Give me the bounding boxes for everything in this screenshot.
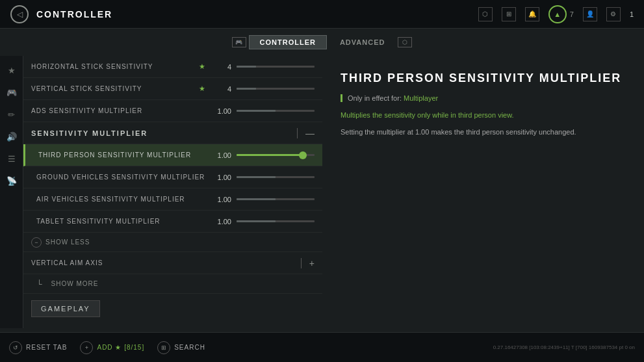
header-hex-icon: ⬡ — [478, 7, 493, 21]
debug-text: 0.27.16427308 [103:08:2439+11] T [700] 1… — [493, 344, 635, 350]
vertical-sensitivity-label: VERTICAL STICK SENSITIVITY — [31, 85, 199, 92]
profile-icon[interactable]: 👤 — [583, 7, 597, 21]
info-panel: THIRD PERSON SENSITIVITY MULTIPLIER Only… — [322, 56, 644, 328]
page-title: CONTROLLER — [36, 9, 112, 19]
third-person-label: THIRD PERSON SENSITIVITY MULTIPLIER — [38, 151, 211, 159]
show-more-toggle[interactable]: └ SHOW MORE — [23, 274, 322, 294]
desc1-suffix: . — [512, 111, 514, 119]
third-person-value: 1.00 — [211, 151, 237, 159]
star-icon-vertical: ★ — [199, 84, 205, 93]
sidebar-icons: ★ 🎮 ✏ 🔊 ☰ 📡 — [0, 56, 23, 328]
level-indicator: ▲ 7 — [548, 5, 574, 23]
info-desc-1: Multiplies the sensitivity only while in… — [341, 110, 626, 122]
add-count: [8/15] — [124, 344, 144, 351]
gear-icon[interactable]: ⚙ — [606, 7, 621, 21]
setting-row-third-person[interactable]: THIRD PERSON SENSITIVITY MULTIPLIER 1.00 — [23, 144, 322, 166]
section-divider — [297, 128, 298, 138]
tablet-value: 1.00 — [211, 218, 237, 226]
horizontal-sensitivity-slider[interactable] — [237, 66, 315, 68]
desc1-mid: only while in — [415, 111, 458, 119]
level-icon: ▲ — [548, 5, 567, 23]
desc1-highlight: sensitivity — [384, 111, 415, 119]
section-sensitivity-multiplier: SENSITIVITY MULTIPLIER — — [23, 122, 322, 144]
setting-row-vertical[interactable]: VERTICAL STICK SENSITIVITY ★ 4 — [23, 78, 322, 100]
desc1-prefix: Multiplies the — [341, 111, 384, 119]
header: ◁ CONTROLLER ⬡ ⊞ 🔔 ▲ 7 👤 ⚙ 1 — [0, 0, 644, 29]
sidebar-icon-gamepad[interactable]: 🎮 — [3, 83, 21, 101]
ground-vehicles-label: GROUND VEHICLES SENSITIVITY MULTIPLIER — [36, 174, 211, 181]
reset-icon: ↺ — [9, 341, 22, 354]
grid-icon[interactable]: ⊞ — [502, 7, 516, 21]
sidebar-icon-edit[interactable]: ✏ — [3, 105, 21, 123]
section-label-multiplier: SENSITIVITY MULTIPLIER — [31, 129, 297, 137]
desc1-highlight2: third person view — [458, 111, 512, 119]
reset-label: RESET TAB — [26, 344, 67, 351]
tablet-slider[interactable] — [237, 220, 315, 222]
search-action[interactable]: ⊞ SEARCH — [157, 341, 205, 354]
tab-advanced[interactable]: ADVANCED — [329, 36, 396, 49]
add-star-icon: ★ — [115, 344, 124, 351]
back-icon[interactable]: ◁ — [10, 5, 29, 23]
show-more-label: SHOW MORE — [51, 280, 99, 287]
tabs-row: 🎮 CONTROLLER ADVANCED ⬡ — [0, 29, 644, 56]
search-icon: ⊞ — [157, 341, 170, 354]
setting-row-tablet[interactable]: TABLET SENSITIVITY MULTIPLIER 1.00 — [23, 211, 322, 233]
tab-left-icon[interactable]: 🎮 — [232, 37, 246, 47]
vertical-aim-divider — [301, 258, 302, 268]
section-vertical-aim[interactable]: VERTICAL AIM AXIS + — [23, 252, 322, 274]
player-count: 1 — [630, 10, 634, 18]
show-less-label: SHOW LESS — [45, 239, 90, 246]
search-label: SEARCH — [174, 344, 205, 351]
bottom-bar: ↺ RESET TAB + ADD ★ [8/15] ⊞ SEARCH 0.27… — [0, 332, 644, 362]
sidebar-icon-star[interactable]: ★ — [3, 61, 21, 79]
setting-row-ground-vehicles[interactable]: GROUND VEHICLES SENSITIVITY MULTIPLIER 1… — [23, 166, 322, 188]
add-label: ADD ★ [8/15] — [97, 344, 144, 351]
sidebar-icon-list[interactable]: ☰ — [3, 149, 21, 168]
vertical-sensitivity-slider[interactable] — [237, 88, 315, 90]
setting-row-air-vehicles[interactable]: AIR VEHICLES SENSITIVITY MULTIPLIER 1.00 — [23, 188, 322, 211]
add-action[interactable]: + ADD ★ [8/15] — [80, 341, 144, 354]
vertical-aim-expand-icon[interactable]: + — [309, 258, 315, 268]
show-less-icon: − — [31, 237, 42, 248]
air-vehicles-label: AIR VEHICLES SENSITIVITY MULTIPLIER — [36, 196, 211, 203]
setting-row-horizontal[interactable]: HORIZONTAL STICK SENSITIVITY ★ 4 — [23, 56, 322, 78]
ads-sensitivity-value: 1.00 — [211, 107, 237, 115]
vertical-aim-label: VERTICAL AIM AXIS — [31, 259, 301, 266]
info-title: THIRD PERSON SENSITIVITY MULTIPLIER — [341, 71, 626, 85]
air-vehicles-slider[interactable] — [237, 198, 315, 200]
horizontal-sensitivity-label: HORIZONTAL STICK SENSITIVITY — [31, 63, 199, 70]
gameplay-button[interactable]: GAMEPLAY — [31, 300, 100, 317]
ads-sensitivity-label: ADS SENSITIVITY MULTIPLIER — [31, 107, 211, 114]
third-person-slider[interactable] — [237, 154, 315, 156]
info-effect: Only in effect for: Multiplayer — [341, 94, 626, 102]
air-vehicles-value: 1.00 — [211, 196, 237, 203]
main-layout: ★ 🎮 ✏ 🔊 ☰ 📡 HORIZONTAL STICK SENSITIVITY… — [0, 56, 644, 328]
vertical-sensitivity-value: 4 — [211, 85, 237, 93]
tab-controller[interactable]: CONTROLLER — [249, 35, 327, 49]
info-desc-2: Setting the multiplier at 1.00 makes the… — [341, 127, 626, 138]
header-left: ◁ CONTROLLER — [10, 5, 112, 23]
level-value: 7 — [570, 10, 574, 18]
show-less-toggle[interactable]: − SHOW LESS — [23, 233, 322, 252]
horizontal-sensitivity-value: 4 — [211, 63, 237, 71]
ads-sensitivity-slider[interactable] — [237, 110, 315, 112]
ground-vehicles-slider[interactable] — [237, 176, 315, 178]
sidebar-icon-audio[interactable]: 🔊 — [3, 127, 21, 146]
section-collapse-icon[interactable]: — — [305, 128, 315, 138]
bell-icon[interactable]: 🔔 — [525, 7, 539, 21]
settings-panel: HORIZONTAL STICK SENSITIVITY ★ 4 VERTICA… — [23, 56, 322, 328]
add-icon: + — [80, 341, 93, 354]
ground-vehicles-value: 1.00 — [211, 174, 237, 181]
setting-row-ads[interactable]: ADS SENSITIVITY MULTIPLIER 1.00 — [23, 100, 322, 122]
add-label-text: ADD — [97, 344, 112, 351]
header-right: ⬡ ⊞ 🔔 ▲ 7 👤 ⚙ 1 — [478, 5, 634, 23]
reset-tab-action[interactable]: ↺ RESET TAB — [9, 341, 67, 354]
tab-right-icon[interactable]: ⬡ — [398, 37, 412, 47]
tablet-label: TABLET SENSITIVITY MULTIPLIER — [36, 218, 211, 225]
star-icon-horizontal: ★ — [199, 62, 205, 71]
sidebar-icon-network[interactable]: 📡 — [3, 172, 21, 190]
hex-box-icon[interactable]: ⬡ — [478, 7, 493, 21]
